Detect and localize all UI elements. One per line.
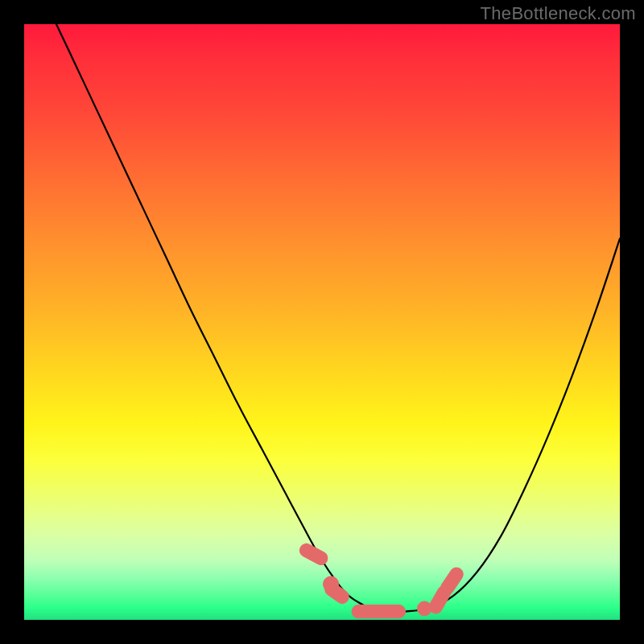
curve-markers <box>297 542 465 618</box>
curve-marker-6 <box>438 565 465 597</box>
bottleneck-curve-line <box>24 0 620 612</box>
bottleneck-chart <box>24 24 620 620</box>
plot-area <box>24 24 620 620</box>
watermark-text: TheBottleneck.com <box>481 3 636 24</box>
page-frame: TheBottleneck.com <box>0 0 644 644</box>
curve-marker-3 <box>352 605 406 618</box>
